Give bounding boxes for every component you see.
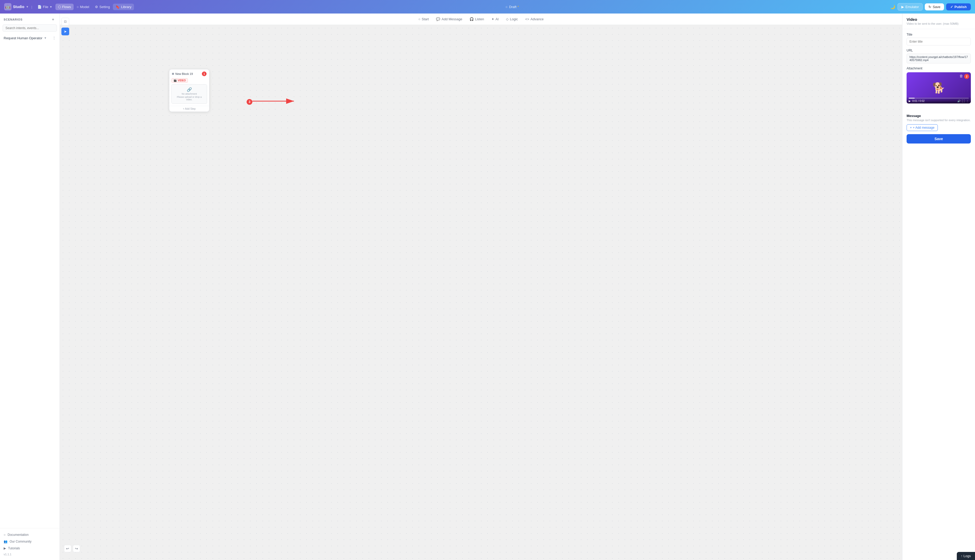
search-input[interactable] (3, 25, 57, 32)
sidebar-header: SCENARIOS + (0, 13, 60, 25)
volume-icon[interactable]: 🔊 (957, 100, 960, 102)
panel-collapse-area: ⊡ ➤ (60, 16, 71, 37)
attachment-label: Attachment (907, 67, 971, 70)
add-message-label: Add Message (441, 17, 462, 21)
library-label: Library (121, 5, 131, 9)
logic-icon: ◇ (506, 17, 509, 21)
undo-button[interactable]: ↩ (64, 545, 71, 552)
add-message-label: + Add message (913, 126, 935, 130)
add-message-icon: 💬 (436, 17, 440, 21)
video-progress-fill (909, 98, 915, 98)
flow-canvas[interactable]: New Block 19 1 🎬 VIDEO 🔗 No attachment P… (60, 25, 902, 560)
canvas-footer: ↩ ↪ (64, 545, 80, 552)
panel-subtitle: Video to be sent to the user. (max 50MB) (907, 22, 971, 25)
tutorials-icon: ▶ (3, 547, 6, 550)
panel-video-section: Video Video to be sent to the user. (max… (902, 13, 975, 29)
documentation-link[interactable]: ○ Documentation (3, 532, 56, 538)
main-layout: SCENARIOS + Request Human Operator ▼ ⋮ ○… (0, 13, 975, 560)
video-preview: 🐕 2 🗑 ▶ 0:01 / 0:02 🔊 ⛶ (907, 72, 971, 103)
video-annotation-badge-2: 2 (964, 74, 969, 79)
right-panel: Video Video to be sent to the user. (max… (902, 13, 975, 560)
message-section: Message This message isn't supported for… (902, 110, 975, 147)
add-message-tool-btn[interactable]: 💬 Add Message (433, 16, 466, 23)
flow-block-body: 🎬 VIDEO 🔗 No attachment Please upload or… (169, 77, 209, 106)
video-controls: ▶ 0:01 / 0:02 🔊 ⛶ ⋮ (907, 97, 971, 103)
studio-label: Studio (13, 5, 25, 9)
video-delete-btn[interactable]: 🗑 (959, 74, 963, 78)
more-options-icon[interactable]: ⋮ (52, 36, 56, 40)
title-field-label: Title (907, 33, 971, 37)
tutorials-label: Tutorials (8, 547, 20, 550)
setting-icon: ⚙ (95, 5, 98, 9)
video-character: 🐕 (932, 82, 945, 94)
library-icon: 🔖 (115, 5, 120, 9)
model-icon: ○ (77, 5, 79, 9)
message-section-subtitle: This message isn't supported for every i… (907, 118, 971, 122)
setting-label: Setting (99, 5, 110, 9)
publish-label: Publish (955, 5, 967, 9)
ai-label: AI (496, 17, 499, 21)
publish-button[interactable]: ✓ Publish (946, 3, 971, 10)
ai-tool-btn[interactable]: ✦ AI (488, 16, 502, 23)
tutorials-link[interactable]: ▶ Tutorials (3, 545, 56, 552)
collapse-sidebar-btn[interactable]: ⊡ (62, 18, 69, 25)
logs-label: ↑ Logs (961, 554, 971, 558)
community-icon: 👥 (3, 540, 8, 543)
play-pause-icon[interactable]: ▶ (909, 100, 911, 102)
logo-icon: 🤖 (4, 3, 12, 10)
emulator-button[interactable]: ▶ Emulator (898, 3, 923, 11)
setting-nav-btn[interactable]: ⚙ Setting (92, 3, 112, 10)
flow-tool-btn[interactable]: ➤ (62, 28, 69, 35)
refresh-icon: ↻ (928, 5, 931, 9)
panel-title: Video (907, 17, 971, 22)
video-ctrl-row: ▶ 0:01 / 0:02 🔊 ⛶ ⋮ (909, 100, 969, 102)
moon-icon[interactable]: 🌙 (890, 4, 895, 9)
draft-label: Draft (509, 5, 516, 9)
add-scenario-button[interactable]: + (50, 17, 56, 22)
start-tool-btn[interactable]: ○ Start (415, 16, 432, 23)
community-link[interactable]: 👥 Our Community (3, 538, 56, 545)
draft-asterisk: * (518, 5, 519, 9)
draft-circle-icon: ○ (506, 5, 508, 9)
video-type-badge: 🎬 VIDEO (172, 78, 188, 83)
video-progress-bar[interactable] (909, 98, 969, 98)
sidebar-item-request-human[interactable]: Request Human Operator ▼ ⋮ (0, 34, 60, 42)
save-label: Save (933, 5, 940, 9)
library-nav-btn[interactable]: 🔖 Library (113, 3, 134, 10)
fullscreen-icon[interactable]: ⛶ (962, 100, 965, 102)
canvas-wrapper: ⊡ ➤ ○ Start 💬 Add Message 🎧 Listen ✦ AI (60, 13, 902, 560)
logic-tool-btn[interactable]: ◇ Logic (503, 16, 521, 23)
logs-button[interactable]: ↑ Logs (957, 552, 975, 560)
start-icon: ○ (418, 17, 421, 21)
title-input[interactable] (907, 38, 971, 45)
model-label: Model (80, 5, 89, 9)
panel-save-button[interactable]: Save (907, 134, 971, 143)
flows-nav-btn[interactable]: ⬡ Flows (55, 3, 73, 10)
file-nav-btn[interactable]: 📄 File ▼ (35, 3, 55, 10)
version-text: v1.1.1 (3, 552, 56, 557)
more-ctrl-icon[interactable]: ⋮ (966, 100, 969, 102)
studio-logo[interactable]: 🤖 Studio ▼ (4, 3, 28, 10)
add-step-btn[interactable]: + Add Step (169, 106, 209, 112)
video-badge-label: VIDEO (178, 79, 186, 82)
redo-button[interactable]: ↪ (73, 545, 80, 552)
sidebar: SCENARIOS + Request Human Operator ▼ ⋮ ○… (0, 13, 60, 560)
advance-icon: <> (525, 17, 529, 21)
advance-tool-btn[interactable]: <> Advance (522, 16, 547, 23)
topbar-nav: 📄 File ▼ ⬡ Flows ○ Model ⚙ Setting 🔖 Lib… (35, 3, 134, 10)
doc-label: Documentation (8, 533, 28, 537)
canvas-toolbar: ○ Start 💬 Add Message 🎧 Listen ✦ AI ◇ Lo… (60, 13, 902, 25)
model-nav-btn[interactable]: ○ Model (74, 3, 92, 10)
logic-label: Logic (510, 17, 518, 21)
attach-icon: 🔗 (174, 87, 204, 92)
add-message-button[interactable]: + + Add message (907, 124, 938, 131)
scenarios-title: SCENARIOS (3, 18, 23, 21)
attachment-field-group: Attachment 🐕 2 🗑 ▶ 0:01 / 0:02 (907, 67, 971, 103)
listen-tool-btn[interactable]: 🎧 Listen (466, 16, 487, 23)
topbar-separator: | (31, 5, 32, 9)
flow-block-new-block-19[interactable]: New Block 19 1 🎬 VIDEO 🔗 No attachment P… (169, 69, 209, 112)
save-button[interactable]: ↻ Save (925, 3, 944, 10)
attachment-drop-area[interactable]: 🔗 No attachment Please upload or drop a … (172, 84, 207, 104)
title-field-group: Title (907, 33, 971, 45)
url-field-label: URL (907, 48, 971, 52)
